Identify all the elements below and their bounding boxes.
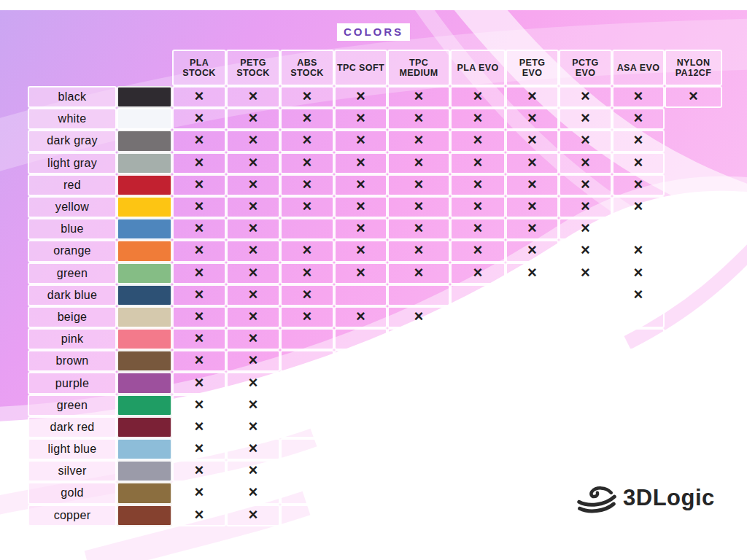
availability-x-mark: × <box>559 86 612 108</box>
availability-x-mark: × <box>450 174 506 196</box>
availability-x-mark: × <box>506 86 559 108</box>
availability-x-mark: × <box>559 196 612 218</box>
availability-x-mark: × <box>226 86 280 108</box>
grid-ghost-cell <box>665 394 722 416</box>
row-label-orange: orange <box>28 240 117 262</box>
availability-x-mark: × <box>172 350 226 372</box>
row-label-gold: gold <box>28 482 117 504</box>
row-label-green: green <box>28 262 117 284</box>
availability-x-mark: × <box>226 152 280 174</box>
availability-x-mark: × <box>280 152 334 174</box>
availability-x-mark: × <box>612 130 665 152</box>
availability-x-mark: × <box>450 152 506 174</box>
availability-x-mark: × <box>226 218 280 240</box>
column-header-tpc-medium: TPC MEDIUM <box>387 50 450 86</box>
color-swatch-dark-red <box>117 416 172 438</box>
availability-empty-cell <box>387 438 450 460</box>
row-label-silver: silver <box>28 460 117 482</box>
availability-x-mark: × <box>450 218 506 240</box>
brand-logo: 3DLogic <box>577 478 715 516</box>
color-swatch-gold <box>117 482 172 504</box>
availability-empty-cell <box>612 438 665 460</box>
availability-x-mark: × <box>387 196 450 218</box>
column-header-petg-stock: PETG STOCK <box>226 50 280 86</box>
availability-empty-cell <box>559 372 612 394</box>
availability-empty-cell <box>334 505 387 526</box>
availability-empty-cell <box>280 416 334 438</box>
availability-x-mark: × <box>172 262 226 284</box>
row-label-dark-red: dark red <box>28 416 117 438</box>
availability-empty-cell <box>387 482 450 504</box>
grid-ghost-cell <box>665 416 722 438</box>
availability-empty-cell <box>387 505 450 526</box>
availability-empty-cell <box>334 394 387 416</box>
color-swatch-brown <box>117 350 172 372</box>
row-label-light-blue: light blue <box>28 438 117 460</box>
column-header-pla-evo: PLA EVO <box>450 50 506 86</box>
row-label-white: white <box>28 108 117 130</box>
header-spacer <box>117 50 172 86</box>
row-label-dark-gray: dark gray <box>28 130 117 152</box>
availability-empty-cell <box>506 416 559 438</box>
color-swatch-blue <box>117 218 172 240</box>
grid-ghost-cell <box>665 306 722 328</box>
availability-x-mark: × <box>334 130 387 152</box>
availability-x-mark: × <box>172 86 226 108</box>
availability-x-mark: × <box>334 86 387 108</box>
color-swatch-beige <box>117 306 172 328</box>
row-label-red: red <box>28 174 117 196</box>
availability-empty-cell <box>334 284 387 306</box>
grid-ghost-cell <box>665 372 722 394</box>
availability-x-mark: × <box>559 108 612 130</box>
availability-empty-cell <box>506 284 559 306</box>
grid-ghost-cell <box>665 152 722 174</box>
availability-x-mark: × <box>280 130 334 152</box>
availability-x-mark: × <box>450 262 506 284</box>
availability-x-mark: × <box>172 306 226 328</box>
availability-empty-cell <box>334 350 387 372</box>
column-header-pctg-evo: PCTG EVO <box>559 50 612 86</box>
availability-x-mark: × <box>226 262 280 284</box>
availability-x-mark: × <box>612 152 665 174</box>
availability-empty-cell <box>506 350 559 372</box>
row-label-dark-blue: dark blue <box>28 284 117 306</box>
availability-x-mark: × <box>450 86 506 108</box>
availability-x-mark: × <box>334 306 387 328</box>
availability-x-mark: × <box>280 86 334 108</box>
availability-empty-cell <box>450 284 506 306</box>
availability-x-mark: × <box>172 108 226 130</box>
color-swatch-green <box>117 394 172 416</box>
availability-empty-cell <box>612 218 665 240</box>
availability-x-mark: × <box>280 306 334 328</box>
availability-empty-cell <box>280 218 334 240</box>
availability-empty-cell <box>559 394 612 416</box>
availability-x-mark: × <box>559 240 612 262</box>
row-label-purple: purple <box>28 372 117 394</box>
availability-x-mark: × <box>226 306 280 328</box>
availability-empty-cell <box>334 460 387 482</box>
availability-x-mark: × <box>506 262 559 284</box>
availability-empty-cell <box>559 306 612 328</box>
availability-x-mark: × <box>226 108 280 130</box>
availability-x-mark: × <box>450 130 506 152</box>
availability-x-mark: × <box>506 174 559 196</box>
availability-empty-cell <box>559 350 612 372</box>
availability-x-mark: × <box>172 416 226 438</box>
grid-ghost-cell <box>665 108 722 130</box>
availability-empty-cell <box>450 416 506 438</box>
column-header-pla-stock: PLA STOCK <box>172 50 226 86</box>
availability-x-mark: × <box>226 284 280 306</box>
availability-x-mark: × <box>226 196 280 218</box>
availability-x-mark: × <box>506 152 559 174</box>
row-label-green: green <box>28 394 117 416</box>
availability-x-mark: × <box>172 372 226 394</box>
availability-x-mark: × <box>387 86 450 108</box>
availability-x-mark: × <box>226 328 280 350</box>
availability-x-mark: × <box>387 174 450 196</box>
grid-ghost-cell <box>665 240 722 262</box>
row-label-beige: beige <box>28 306 117 328</box>
availability-empty-cell <box>450 394 506 416</box>
column-header-nylon-pa12cf: NYLON PA12CF <box>665 50 722 86</box>
color-swatch-dark-blue <box>117 284 172 306</box>
availability-empty-cell <box>280 350 334 372</box>
